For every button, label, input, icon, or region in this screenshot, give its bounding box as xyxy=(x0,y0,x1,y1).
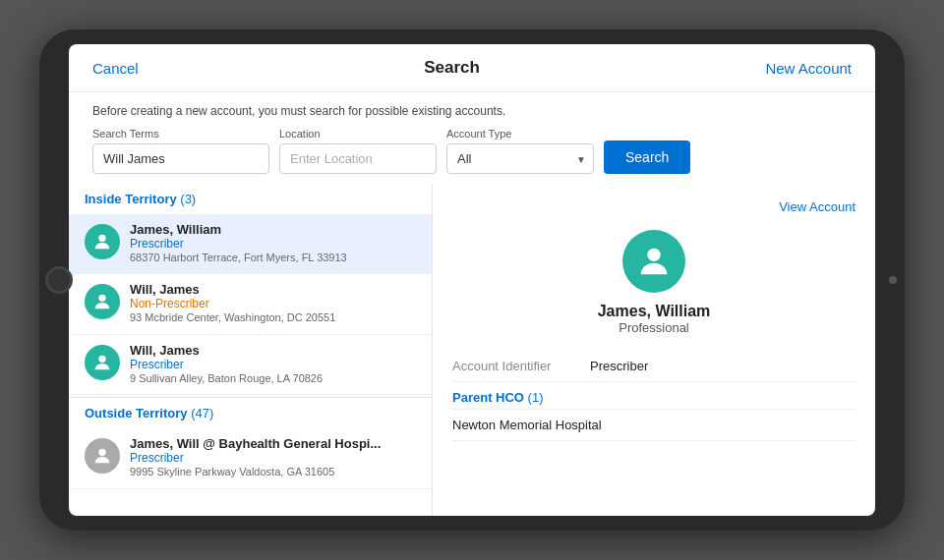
account-type-group: Account Type All Prescriber Non-Prescrib… xyxy=(446,128,594,174)
result-address: 68370 Harbort Terrace, Fort Myers, FL 33… xyxy=(130,251,416,265)
account-avatar xyxy=(622,230,685,293)
inside-territory-label: Inside Territory xyxy=(85,192,177,206)
result-info: Will, James Non-Prescriber 93 Mcbride Ce… xyxy=(130,282,416,325)
result-role: Prescriber xyxy=(130,237,416,251)
result-address: 9 Sullivan Alley, Baton Rouge, LA 70826 xyxy=(130,371,416,386)
search-note: Before creating a new account, you must … xyxy=(92,104,852,118)
outside-territory-label: Outside Territory xyxy=(85,406,188,420)
modal-header: Cancel Search New Account xyxy=(69,44,875,92)
inside-territory-header: Inside Territory (3) xyxy=(69,184,432,214)
svg-point-0 xyxy=(98,235,105,242)
account-identifier-label: Account Identifier xyxy=(452,359,590,373)
account-type-label: Account Type xyxy=(446,128,594,140)
result-name: James, William xyxy=(130,222,416,237)
account-identifier-row: Account Identifier Prescriber xyxy=(452,351,856,382)
outside-territory-header: Outside Territory (47) xyxy=(69,397,432,428)
svg-point-2 xyxy=(98,355,105,362)
account-type-select[interactable]: All Prescriber Non-Prescriber xyxy=(446,143,594,174)
avatar xyxy=(85,438,120,474)
parent-hco-label: Parent HCO xyxy=(452,390,524,405)
device-screen: Cancel Search New Account Before creatin… xyxy=(69,44,875,516)
result-role: Prescriber xyxy=(130,358,416,371)
svg-point-3 xyxy=(98,449,105,456)
detail-panel: View Account James, William Professional… xyxy=(433,184,875,516)
result-item[interactable]: Will, James Prescriber 9 Sullivan Alley,… xyxy=(69,335,432,395)
account-type-label: Professional xyxy=(619,320,689,335)
view-account-link[interactable]: View Account xyxy=(779,199,856,214)
location-group: Location xyxy=(279,128,437,174)
avatar xyxy=(85,284,120,319)
search-terms-input[interactable] xyxy=(92,143,269,174)
results-panel: Inside Territory (3) James, William Pres… xyxy=(69,184,433,516)
account-type-select-wrapper: All Prescriber Non-Prescriber ▼ xyxy=(446,143,594,174)
result-name: Will, James xyxy=(130,343,416,358)
outside-territory-count: (47) xyxy=(191,406,213,420)
result-item[interactable]: James, William Prescriber 68370 Harbort … xyxy=(69,214,432,274)
svg-point-1 xyxy=(98,295,105,302)
avatar xyxy=(85,345,120,380)
avatar xyxy=(85,224,120,259)
parent-hco-header: Parent HCO (1) xyxy=(452,382,856,410)
result-info: James, Will @ Bayhealth General Hospi...… xyxy=(130,436,416,479)
parent-hco-name: Newton Memorial Hospital xyxy=(452,410,856,441)
search-terms-label: Search Terms xyxy=(92,128,269,140)
svg-point-4 xyxy=(647,249,660,261)
cancel-button[interactable]: Cancel xyxy=(92,60,139,77)
result-name: James, Will @ Bayhealth General Hospi... xyxy=(130,436,416,451)
search-button[interactable]: Search xyxy=(604,140,690,174)
account-identifier-value: Prescriber xyxy=(590,359,648,373)
parent-hco-count: (1) xyxy=(528,390,544,405)
power-button xyxy=(889,276,897,284)
search-area: Before creating a new account, you must … xyxy=(69,92,875,184)
home-button[interactable] xyxy=(45,266,73,294)
result-address: 93 Mcbride Center, Washington, DC 20551 xyxy=(130,310,416,325)
modal-title: Search xyxy=(424,58,480,78)
main-content: Inside Territory (3) James, William Pres… xyxy=(69,184,875,516)
location-label: Location xyxy=(279,128,437,140)
account-name: James, William xyxy=(598,303,711,320)
result-info: James, William Prescriber 68370 Harbort … xyxy=(130,222,416,265)
result-address: 9995 Skyline Parkway Valdosta, GA 31605 xyxy=(130,465,416,479)
device-frame: Cancel Search New Account Before creatin… xyxy=(39,29,905,531)
result-item[interactable]: James, Will @ Bayhealth General Hospi...… xyxy=(69,428,432,488)
new-account-button[interactable]: New Account xyxy=(765,60,852,77)
location-input[interactable] xyxy=(279,143,437,174)
result-name: Will, James xyxy=(130,282,416,297)
result-role: Non-Prescriber xyxy=(130,297,416,310)
result-role: Prescriber xyxy=(130,451,416,465)
view-account-link-container: View Account xyxy=(452,199,856,214)
search-terms-group: Search Terms xyxy=(92,128,269,174)
result-item[interactable]: Will, James Non-Prescriber 93 Mcbride Ce… xyxy=(69,274,432,334)
search-fields: Search Terms Location Account Type All P… xyxy=(92,128,852,174)
inside-territory-count: (3) xyxy=(180,192,196,206)
result-info: Will, James Prescriber 9 Sullivan Alley,… xyxy=(130,343,416,386)
account-profile: James, William Professional xyxy=(452,230,856,335)
